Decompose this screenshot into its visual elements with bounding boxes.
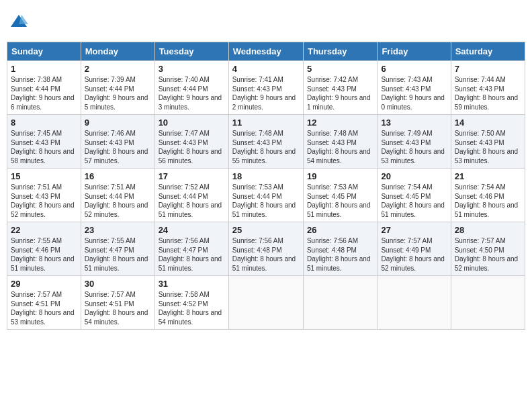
day-info: Sunrise: 7:49 AM Sunset: 4:43 PM Dayligh… bbox=[381, 129, 447, 165]
col-header-thursday: Thursday bbox=[303, 42, 377, 61]
calendar-cell: 27 Sunrise: 7:57 AM Sunset: 4:49 PM Dayl… bbox=[378, 222, 451, 276]
calendar-cell: 29 Sunrise: 7:57 AM Sunset: 4:51 PM Dayl… bbox=[7, 276, 81, 330]
day-info: Sunrise: 7:56 AM Sunset: 4:48 PM Dayligh… bbox=[232, 236, 300, 273]
header bbox=[7, 7, 525, 36]
day-info: Sunrise: 7:54 AM Sunset: 4:46 PM Dayligh… bbox=[455, 183, 521, 219]
day-info: Sunrise: 7:44 AM Sunset: 4:43 PM Dayligh… bbox=[455, 75, 521, 111]
day-info: Sunrise: 7:53 AM Sunset: 4:44 PM Dayligh… bbox=[232, 183, 300, 219]
day-info: Sunrise: 7:41 AM Sunset: 4:43 PM Dayligh… bbox=[232, 75, 300, 111]
day-number: 31 bbox=[159, 279, 225, 289]
calendar-cell: 30 Sunrise: 7:57 AM Sunset: 4:51 PM Dayl… bbox=[81, 276, 154, 330]
calendar-week-2: 8 Sunrise: 7:45 AM Sunset: 4:43 PM Dayli… bbox=[7, 115, 525, 169]
calendar-cell: 1 Sunrise: 7:38 AM Sunset: 4:44 PM Dayli… bbox=[7, 61, 81, 115]
calendar-cell: 3 Sunrise: 7:40 AM Sunset: 4:44 PM Dayli… bbox=[154, 61, 228, 115]
col-header-friday: Friday bbox=[378, 42, 451, 61]
day-number: 3 bbox=[159, 64, 225, 74]
day-number: 18 bbox=[232, 171, 300, 181]
col-header-sunday: Sunday bbox=[7, 42, 81, 61]
day-info: Sunrise: 7:45 AM Sunset: 4:43 PM Dayligh… bbox=[11, 129, 77, 165]
day-number: 26 bbox=[307, 225, 373, 235]
calendar-cell: 16 Sunrise: 7:51 AM Sunset: 4:44 PM Dayl… bbox=[81, 169, 154, 222]
calendar-cell: 5 Sunrise: 7:42 AM Sunset: 4:43 PM Dayli… bbox=[303, 61, 377, 115]
calendar-cell: 4 Sunrise: 7:41 AM Sunset: 4:43 PM Dayli… bbox=[228, 61, 303, 115]
day-number: 28 bbox=[455, 225, 521, 235]
day-info: Sunrise: 7:48 AM Sunset: 4:43 PM Dayligh… bbox=[232, 129, 300, 165]
day-number: 11 bbox=[232, 118, 300, 128]
calendar-cell: 14 Sunrise: 7:50 AM Sunset: 4:43 PM Dayl… bbox=[451, 115, 525, 169]
day-number: 7 bbox=[455, 64, 521, 74]
calendar-cell: 28 Sunrise: 7:57 AM Sunset: 4:50 PM Dayl… bbox=[451, 222, 525, 276]
calendar-cell: 24 Sunrise: 7:56 AM Sunset: 4:47 PM Dayl… bbox=[154, 222, 228, 276]
day-number: 14 bbox=[455, 118, 521, 128]
col-header-saturday: Saturday bbox=[451, 42, 525, 61]
day-info: Sunrise: 7:43 AM Sunset: 4:43 PM Dayligh… bbox=[381, 75, 447, 111]
calendar-cell: 23 Sunrise: 7:55 AM Sunset: 4:47 PM Dayl… bbox=[81, 222, 154, 276]
logo bbox=[9, 12, 31, 31]
day-number: 17 bbox=[159, 171, 225, 181]
calendar-cell: 8 Sunrise: 7:45 AM Sunset: 4:43 PM Dayli… bbox=[7, 115, 81, 169]
day-number: 15 bbox=[11, 171, 77, 181]
calendar-cell: 10 Sunrise: 7:47 AM Sunset: 4:43 PM Dayl… bbox=[154, 115, 228, 169]
logo-icon bbox=[9, 12, 28, 31]
day-number: 13 bbox=[381, 118, 447, 128]
day-number: 1 bbox=[11, 64, 77, 74]
col-header-tuesday: Tuesday bbox=[154, 42, 228, 61]
calendar: SundayMondayTuesdayWednesdayThursdayFrid… bbox=[7, 42, 525, 330]
day-info: Sunrise: 7:39 AM Sunset: 4:44 PM Dayligh… bbox=[85, 75, 151, 111]
calendar-cell: 22 Sunrise: 7:55 AM Sunset: 4:46 PM Dayl… bbox=[7, 222, 81, 276]
day-info: Sunrise: 7:54 AM Sunset: 4:45 PM Dayligh… bbox=[381, 183, 447, 219]
calendar-cell: 2 Sunrise: 7:39 AM Sunset: 4:44 PM Dayli… bbox=[81, 61, 154, 115]
day-number: 5 bbox=[307, 64, 373, 74]
day-number: 10 bbox=[159, 118, 225, 128]
day-number: 2 bbox=[85, 64, 151, 74]
day-info: Sunrise: 7:53 AM Sunset: 4:45 PM Dayligh… bbox=[307, 183, 373, 219]
calendar-week-5: 29 Sunrise: 7:57 AM Sunset: 4:51 PM Dayl… bbox=[7, 276, 525, 330]
day-number: 30 bbox=[85, 279, 151, 289]
day-number: 21 bbox=[455, 171, 521, 181]
day-number: 16 bbox=[85, 171, 151, 181]
calendar-cell: 13 Sunrise: 7:49 AM Sunset: 4:43 PM Dayl… bbox=[378, 115, 451, 169]
calendar-cell: 15 Sunrise: 7:51 AM Sunset: 4:43 PM Dayl… bbox=[7, 169, 81, 222]
day-info: Sunrise: 7:47 AM Sunset: 4:43 PM Dayligh… bbox=[159, 129, 225, 165]
day-info: Sunrise: 7:48 AM Sunset: 4:43 PM Dayligh… bbox=[307, 129, 373, 165]
day-info: Sunrise: 7:51 AM Sunset: 4:43 PM Dayligh… bbox=[11, 183, 77, 219]
day-info: Sunrise: 7:51 AM Sunset: 4:44 PM Dayligh… bbox=[85, 183, 151, 219]
calendar-cell: 21 Sunrise: 7:54 AM Sunset: 4:46 PM Dayl… bbox=[451, 169, 525, 222]
day-number: 9 bbox=[85, 118, 151, 128]
calendar-cell: 26 Sunrise: 7:56 AM Sunset: 4:48 PM Dayl… bbox=[303, 222, 377, 276]
calendar-cell: 12 Sunrise: 7:48 AM Sunset: 4:43 PM Dayl… bbox=[303, 115, 377, 169]
day-number: 8 bbox=[11, 118, 77, 128]
day-info: Sunrise: 7:55 AM Sunset: 4:47 PM Dayligh… bbox=[85, 236, 151, 273]
svg-marker-1 bbox=[19, 15, 28, 24]
day-number: 20 bbox=[381, 171, 447, 181]
day-info: Sunrise: 7:57 AM Sunset: 4:51 PM Dayligh… bbox=[11, 290, 77, 326]
day-number: 19 bbox=[307, 171, 373, 181]
calendar-cell: 19 Sunrise: 7:53 AM Sunset: 4:45 PM Dayl… bbox=[303, 169, 377, 222]
day-number: 27 bbox=[381, 225, 447, 235]
calendar-cell bbox=[378, 276, 451, 330]
calendar-week-1: 1 Sunrise: 7:38 AM Sunset: 4:44 PM Dayli… bbox=[7, 61, 525, 115]
day-info: Sunrise: 7:52 AM Sunset: 4:44 PM Dayligh… bbox=[159, 183, 225, 219]
calendar-week-3: 15 Sunrise: 7:51 AM Sunset: 4:43 PM Dayl… bbox=[7, 169, 525, 222]
calendar-cell: 9 Sunrise: 7:46 AM Sunset: 4:43 PM Dayli… bbox=[81, 115, 154, 169]
day-info: Sunrise: 7:57 AM Sunset: 4:49 PM Dayligh… bbox=[381, 236, 447, 273]
day-info: Sunrise: 7:46 AM Sunset: 4:43 PM Dayligh… bbox=[85, 129, 151, 165]
calendar-cell bbox=[303, 276, 377, 330]
calendar-cell: 17 Sunrise: 7:52 AM Sunset: 4:44 PM Dayl… bbox=[154, 169, 228, 222]
calendar-week-4: 22 Sunrise: 7:55 AM Sunset: 4:46 PM Dayl… bbox=[7, 222, 525, 276]
calendar-cell: 11 Sunrise: 7:48 AM Sunset: 4:43 PM Dayl… bbox=[228, 115, 303, 169]
day-number: 4 bbox=[232, 64, 300, 74]
day-number: 22 bbox=[11, 225, 77, 235]
day-info: Sunrise: 7:42 AM Sunset: 4:43 PM Dayligh… bbox=[307, 75, 373, 111]
day-info: Sunrise: 7:40 AM Sunset: 4:44 PM Dayligh… bbox=[159, 75, 225, 111]
day-info: Sunrise: 7:57 AM Sunset: 4:50 PM Dayligh… bbox=[455, 236, 521, 273]
day-number: 6 bbox=[381, 64, 447, 74]
calendar-cell: 31 Sunrise: 7:58 AM Sunset: 4:52 PM Dayl… bbox=[154, 276, 228, 330]
col-header-wednesday: Wednesday bbox=[228, 42, 303, 61]
calendar-cell: 25 Sunrise: 7:56 AM Sunset: 4:48 PM Dayl… bbox=[228, 222, 303, 276]
day-number: 12 bbox=[307, 118, 373, 128]
calendar-cell: 18 Sunrise: 7:53 AM Sunset: 4:44 PM Dayl… bbox=[228, 169, 303, 222]
calendar-cell bbox=[451, 276, 525, 330]
calendar-cell: 6 Sunrise: 7:43 AM Sunset: 4:43 PM Dayli… bbox=[378, 61, 451, 115]
day-info: Sunrise: 7:56 AM Sunset: 4:47 PM Dayligh… bbox=[159, 236, 225, 273]
